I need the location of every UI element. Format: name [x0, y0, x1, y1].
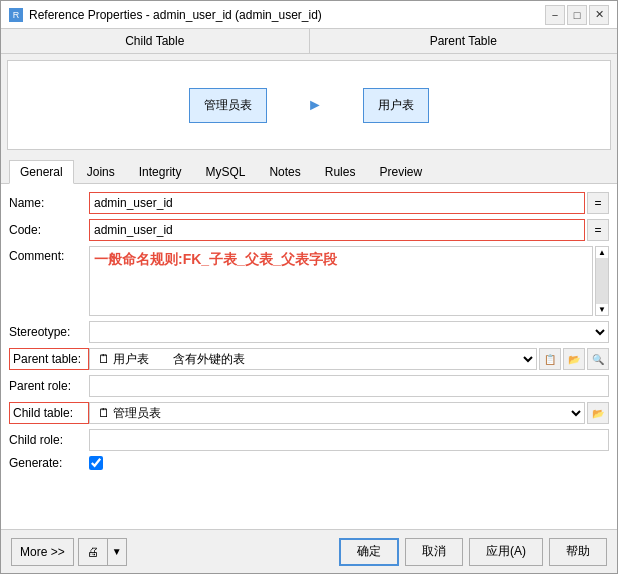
parent-table-wrapper: 🗒 用户表 含有外键的表 📋 📂 🔍 — [89, 348, 609, 370]
name-input[interactable] — [89, 192, 585, 214]
print-button[interactable]: 🖨 — [79, 539, 108, 565]
name-row: Name: = — [9, 192, 609, 214]
relation-arrow: ► — [307, 96, 323, 114]
table-header-row: Child Table Parent Table — [1, 29, 617, 54]
parent-table-label: Parent table: — [9, 348, 89, 370]
parent-table-box: 用户表 — [363, 88, 429, 123]
code-row: Code: = — [9, 219, 609, 241]
title-bar-left: R Reference Properties - admin_user_id (… — [9, 8, 322, 22]
scroll-track — [596, 258, 608, 304]
tabs-row: General Joins Integrity MySQL Notes Rule… — [1, 160, 617, 184]
stereotype-label: Stereotype: — [9, 325, 89, 339]
scroll-down-btn[interactable]: ▼ — [596, 304, 608, 315]
apply-button[interactable]: 应用(A) — [469, 538, 543, 566]
child-table-wrapper: 🗒 管理员表 📂 — [89, 402, 609, 424]
stereotype-select[interactable] — [89, 321, 609, 343]
print-dropdown-button[interactable]: ▼ — [108, 539, 126, 565]
title-bar: R Reference Properties - admin_user_id (… — [1, 1, 617, 29]
tab-joins[interactable]: Joins — [76, 160, 126, 183]
generate-checkbox[interactable] — [89, 456, 103, 470]
tab-integrity[interactable]: Integrity — [128, 160, 193, 183]
comment-row: Comment: 一般命名规则:FK_子表_父表_父表字段 ▲ ▼ — [9, 246, 609, 316]
child-role-label: Child role: — [9, 433, 89, 447]
bottom-bar: More >> 🖨 ▼ 确定 取消 应用(A) 帮助 — [1, 529, 617, 573]
more-button[interactable]: More >> — [11, 538, 74, 566]
parent-table-row: Parent table: 🗒 用户表 含有外键的表 📋 📂 🔍 — [9, 348, 609, 370]
name-eq-button[interactable]: = — [587, 192, 609, 214]
parent-role-input[interactable] — [89, 375, 609, 397]
help-button[interactable]: 帮助 — [549, 538, 607, 566]
generate-row: Generate: — [9, 456, 609, 470]
code-label: Code: — [9, 223, 89, 237]
maximize-button[interactable]: □ — [567, 5, 587, 25]
scroll-up-btn[interactable]: ▲ — [596, 247, 608, 258]
child-role-input[interactable] — [89, 429, 609, 451]
parent-role-label: Parent role: — [9, 379, 89, 393]
comment-area[interactable]: 一般命名规则:FK_子表_父表_父表字段 — [89, 246, 593, 316]
child-table-row: Child table: 🗒 管理员表 📂 — [9, 402, 609, 424]
comment-label: Comment: — [9, 246, 89, 263]
print-group: 🖨 ▼ — [78, 538, 127, 566]
window-icon: R — [9, 8, 23, 22]
ok-button[interactable]: 确定 — [339, 538, 399, 566]
diagram-area: 管理员表 ► 用户表 — [7, 60, 611, 150]
code-eq-button[interactable]: = — [587, 219, 609, 241]
parent-table-browse-btn2[interactable]: 📂 — [563, 348, 585, 370]
tab-preview[interactable]: Preview — [368, 160, 433, 183]
title-controls: − □ ✕ — [545, 5, 609, 25]
child-table-browse-btn[interactable]: 📂 — [587, 402, 609, 424]
bottom-left: More >> 🖨 ▼ — [11, 538, 127, 566]
minimize-button[interactable]: − — [545, 5, 565, 25]
child-table-label: Child table: — [9, 402, 89, 424]
stereotype-row: Stereotype: — [9, 321, 609, 343]
child-role-row: Child role: — [9, 429, 609, 451]
cancel-button[interactable]: 取消 — [405, 538, 463, 566]
comment-wrapper: 一般命名规则:FK_子表_父表_父表字段 — [89, 246, 593, 316]
parent-role-row: Parent role: — [9, 375, 609, 397]
bottom-right: 确定 取消 应用(A) 帮助 — [339, 538, 607, 566]
comment-annotation-text: 一般命名规则:FK_子表_父表_父表字段 — [94, 251, 337, 267]
child-table-header: Child Table — [1, 29, 310, 53]
comment-scrollbar: ▲ ▼ — [595, 246, 609, 316]
name-label: Name: — [9, 196, 89, 210]
child-table-box: 管理员表 — [189, 88, 267, 123]
tab-general[interactable]: General — [9, 160, 74, 184]
form-area: Name: = Code: = Comment: 一般命名规则:FK_子表_父表… — [1, 184, 617, 529]
code-input[interactable] — [89, 219, 585, 241]
parent-table-header: Parent Table — [310, 29, 618, 53]
child-table-select[interactable]: 🗒 管理员表 — [89, 402, 585, 424]
tab-mysql[interactable]: MySQL — [194, 160, 256, 183]
close-button[interactable]: ✕ — [589, 5, 609, 25]
generate-label: Generate: — [9, 456, 89, 470]
main-window: R Reference Properties - admin_user_id (… — [0, 0, 618, 574]
parent-table-browse-btn3[interactable]: 🔍 — [587, 348, 609, 370]
parent-table-browse-btn1[interactable]: 📋 — [539, 348, 561, 370]
window-title: Reference Properties - admin_user_id (ad… — [29, 8, 322, 22]
tab-notes[interactable]: Notes — [258, 160, 311, 183]
tab-rules[interactable]: Rules — [314, 160, 367, 183]
parent-table-select[interactable]: 🗒 用户表 含有外键的表 — [89, 348, 537, 370]
